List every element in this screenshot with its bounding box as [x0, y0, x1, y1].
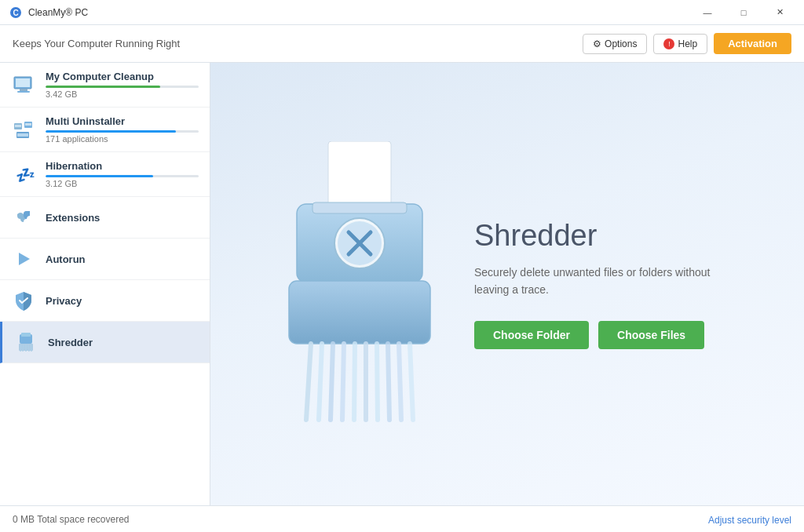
svg-line-20	[28, 344, 29, 352]
shredder-buttons: Choose Folder Choose Files	[474, 321, 741, 349]
sidebar-item-title-hibernation: Hibernation	[46, 160, 199, 172]
sidebar-item-title-extensions: Extensions	[46, 212, 199, 224]
svg-rect-5	[17, 91, 30, 93]
window-title: CleanMy® PC	[28, 7, 88, 18]
sidebar-item-title-shredder: Shredder	[48, 337, 199, 348]
footer: 0 MB Total space recovered Adjust securi…	[0, 505, 804, 532]
footer-right: Adjust security level	[708, 512, 791, 527]
svg-line-34	[354, 344, 355, 420]
sidebar-item-sub-hibernation: 3.12 GB	[46, 179, 199, 188]
window-controls: — □ ✕	[689, 0, 798, 25]
svg-rect-15	[21, 333, 31, 337]
header-bar: Keeps Your Computer Running Right ⚙ Opti…	[0, 25, 804, 63]
options-button[interactable]: ⚙ Options	[583, 34, 647, 54]
shredder-illustration	[258, 141, 462, 427]
shredder-info: Shredder Securely delete unwanted files …	[474, 219, 741, 349]
privacy-icon	[11, 288, 36, 313]
footer-space-recovered: 0 MB Total space recovered	[13, 514, 130, 525]
svg-line-31	[319, 344, 322, 420]
svg-line-39	[410, 344, 413, 420]
sidebar-item-sub-cleanup: 3.42 GB	[46, 89, 199, 99]
sidebar-item-info-uninstaller: Multi Uninstaller 171 applications	[46, 115, 199, 144]
uninstaller-icon	[11, 117, 36, 142]
sidebar-item-title-privacy: Privacy	[46, 295, 199, 307]
hibernation-icon: 💤	[11, 162, 36, 187]
svg-line-18	[23, 344, 24, 352]
sidebar-item-multi-uninstaller[interactable]: Multi Uninstaller 171 applications	[0, 107, 210, 152]
svg-rect-7	[15, 125, 21, 127]
title-bar: C CleanMy® PC — □ ✕	[0, 0, 804, 25]
choose-files-button[interactable]: Choose Files	[598, 321, 704, 349]
maximize-button[interactable]: □	[725, 0, 762, 25]
title-bar-left: C CleanMy® PC	[9, 6, 88, 19]
svg-line-17	[20, 344, 21, 352]
shredder-svg	[258, 141, 462, 424]
close-button[interactable]: ✕	[762, 0, 798, 25]
shredder-title: Shredder	[474, 219, 741, 253]
sidebar-progress-cleanup	[46, 86, 199, 88]
sidebar-item-info-extensions: Extensions	[46, 212, 199, 224]
svg-line-36	[377, 344, 378, 420]
progress-bar-hibernation	[46, 175, 153, 177]
sidebar-progress-uninstaller	[46, 130, 199, 133]
progress-bar-cleanup	[46, 86, 160, 88]
help-button[interactable]: ! Help	[653, 34, 707, 54]
gear-icon: ⚙	[593, 38, 601, 49]
header-tagline: Keeps Your Computer Running Right	[13, 38, 180, 49]
sidebar-item-info-shredder: Shredder	[48, 337, 199, 348]
adjust-security-link[interactable]: Adjust security level	[708, 515, 791, 526]
help-badge: !	[663, 38, 674, 49]
computer-icon	[11, 72, 36, 97]
svg-rect-3	[16, 78, 30, 87]
sidebar-item-privacy[interactable]: Privacy	[0, 280, 210, 322]
sidebar: My Computer Cleanup 3.42 GB	[0, 63, 210, 505]
sidebar-item-info-autorun: Autorun	[46, 253, 199, 265]
svg-line-33	[342, 344, 344, 420]
header-actions: ⚙ Options ! Help Activation	[583, 33, 791, 54]
svg-rect-4	[20, 89, 27, 91]
sidebar-item-shredder[interactable]: Shredder	[0, 322, 210, 363]
sidebar-item-hibernation[interactable]: 💤 Hibernation 3.12 GB	[0, 152, 210, 197]
svg-marker-13	[19, 253, 30, 265]
autorun-icon	[11, 246, 36, 271]
sidebar-item-title-uninstaller: Multi Uninstaller	[46, 115, 199, 127]
svg-rect-9	[25, 123, 31, 126]
app-icon: C	[9, 6, 22, 19]
progress-bar-uninstaller	[46, 130, 176, 133]
svg-line-21	[31, 344, 31, 352]
shredder-description: Securely delete unwanted files or folder…	[474, 264, 741, 299]
svg-rect-22	[328, 141, 391, 212]
sidebar-item-info-privacy: Privacy	[46, 295, 199, 307]
svg-line-38	[399, 344, 401, 420]
svg-rect-24	[312, 202, 407, 213]
sidebar-item-info-hibernation: Hibernation 3.12 GB	[46, 160, 199, 188]
svg-line-37	[388, 344, 389, 420]
sidebar-item-info-cleanup: My Computer Cleanup 3.42 GB	[46, 71, 199, 99]
shredder-icon-sidebar	[13, 330, 38, 355]
activation-button[interactable]: Activation	[714, 33, 791, 54]
svg-rect-29	[289, 281, 430, 344]
sidebar-item-title-autorun: Autorun	[46, 253, 199, 265]
sidebar-item-extensions[interactable]: Extensions	[0, 197, 210, 239]
extensions-icon	[11, 205, 36, 230]
sidebar-item-sub-uninstaller: 171 applications	[46, 134, 199, 144]
sidebar-progress-hibernation	[46, 175, 199, 177]
choose-folder-button[interactable]: Choose Folder	[474, 321, 589, 349]
sidebar-item-title-cleanup: My Computer Cleanup	[46, 71, 199, 82]
minimize-button[interactable]: —	[689, 0, 725, 25]
svg-text:💤: 💤	[16, 166, 35, 184]
svg-line-32	[331, 344, 333, 420]
svg-text:C: C	[13, 9, 18, 17]
sidebar-item-autorun[interactable]: Autorun	[0, 239, 210, 280]
svg-rect-11	[17, 133, 28, 137]
svg-line-30	[306, 344, 311, 420]
sidebar-item-my-computer-cleanup[interactable]: My Computer Cleanup 3.42 GB	[0, 63, 210, 107]
main-content: My Computer Cleanup 3.42 GB	[0, 63, 804, 505]
content-panel: Shredder Securely delete unwanted files …	[210, 63, 804, 505]
